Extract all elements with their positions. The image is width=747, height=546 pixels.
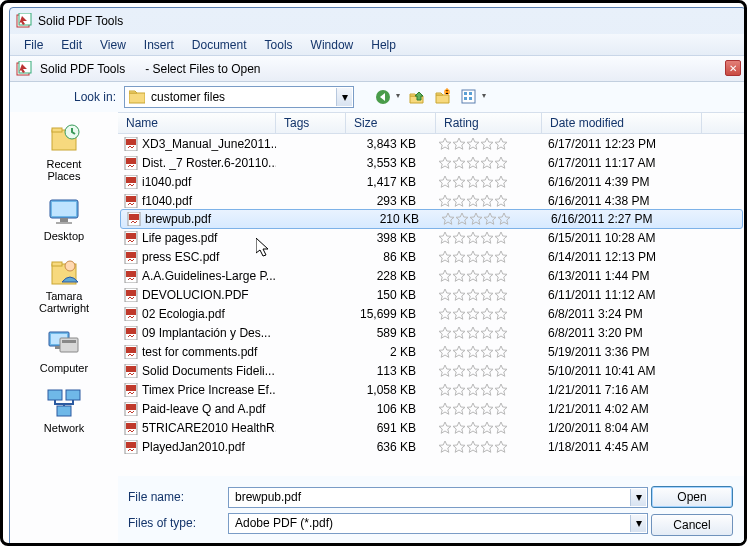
star-outline-icon[interactable] — [480, 326, 494, 340]
star-outline-icon[interactable] — [466, 383, 480, 397]
file-row[interactable]: PlayedJan2010.pdf636 KB1/18/2011 4:45 AM — [118, 437, 745, 456]
star-outline-icon[interactable] — [494, 440, 508, 454]
star-outline-icon[interactable] — [452, 175, 466, 189]
star-outline-icon[interactable] — [466, 307, 480, 321]
menu-tools[interactable]: Tools — [257, 36, 301, 54]
file-row[interactable]: Timex Price Increase Ef...1,058 KB1/21/2… — [118, 380, 745, 399]
menu-window[interactable]: Window — [303, 36, 362, 54]
file-row[interactable]: XD3_Manual_June2011...3,843 KB6/17/2011 … — [118, 134, 745, 153]
file-row[interactable]: test for comments.pdf2 KB5/19/2011 3:36 … — [118, 342, 745, 361]
header-size[interactable]: Size — [346, 113, 436, 133]
star-outline-icon[interactable] — [469, 212, 483, 226]
star-outline-icon[interactable] — [494, 345, 508, 359]
lookin-combo[interactable]: customer files ▾ — [124, 86, 354, 108]
star-outline-icon[interactable] — [494, 194, 508, 208]
menu-insert[interactable]: Insert — [136, 36, 182, 54]
star-outline-icon[interactable] — [466, 231, 480, 245]
star-outline-icon[interactable] — [480, 231, 494, 245]
header-date[interactable]: Date modified — [542, 113, 702, 133]
star-outline-icon[interactable] — [480, 269, 494, 283]
star-outline-icon[interactable] — [480, 288, 494, 302]
star-outline-icon[interactable] — [452, 440, 466, 454]
star-outline-icon[interactable] — [438, 269, 452, 283]
cancel-button[interactable]: Cancel — [651, 514, 733, 536]
place-user[interactable]: TamaraCartwright — [18, 248, 110, 318]
star-outline-icon[interactable] — [494, 156, 508, 170]
star-outline-icon[interactable] — [483, 212, 497, 226]
star-outline-icon[interactable] — [452, 250, 466, 264]
open-button[interactable]: Open — [651, 486, 733, 508]
chevron-down-icon[interactable]: ▾ — [336, 88, 352, 106]
star-outline-icon[interactable] — [438, 421, 452, 435]
star-outline-icon[interactable] — [480, 307, 494, 321]
star-outline-icon[interactable] — [466, 440, 480, 454]
star-outline-icon[interactable] — [466, 345, 480, 359]
star-outline-icon[interactable] — [480, 175, 494, 189]
header-tags[interactable]: Tags — [276, 113, 346, 133]
menu-document[interactable]: Document — [184, 36, 255, 54]
star-outline-icon[interactable] — [494, 175, 508, 189]
file-row[interactable]: 02 Ecologia.pdf15,699 KB6/8/2011 3:24 PM — [118, 304, 745, 323]
header-name[interactable]: Name — [118, 113, 276, 133]
close-button[interactable]: ✕ — [725, 60, 741, 76]
place-network[interactable]: Network — [18, 380, 110, 438]
star-outline-icon[interactable] — [494, 402, 508, 416]
star-outline-icon[interactable] — [452, 231, 466, 245]
star-outline-icon[interactable] — [466, 156, 480, 170]
file-row[interactable]: Solid Documents Fideli...113 KB5/10/2011… — [118, 361, 745, 380]
menu-edit[interactable]: Edit — [53, 36, 90, 54]
star-outline-icon[interactable] — [452, 307, 466, 321]
star-outline-icon[interactable] — [466, 194, 480, 208]
star-outline-icon[interactable] — [466, 175, 480, 189]
file-row[interactable]: 09 Implantación y Des...589 KB6/8/2011 3… — [118, 323, 745, 342]
star-outline-icon[interactable] — [480, 250, 494, 264]
star-outline-icon[interactable] — [438, 194, 452, 208]
new-folder-button[interactable] — [432, 86, 454, 108]
star-outline-icon[interactable] — [494, 250, 508, 264]
star-outline-icon[interactable] — [480, 156, 494, 170]
star-outline-icon[interactable] — [480, 137, 494, 151]
star-outline-icon[interactable] — [438, 364, 452, 378]
place-computer[interactable]: Computer — [18, 320, 110, 378]
title-bar[interactable]: Solid PDF Tools — [10, 8, 745, 34]
star-outline-icon[interactable] — [480, 194, 494, 208]
star-outline-icon[interactable] — [494, 421, 508, 435]
view-menu-button[interactable] — [458, 86, 488, 108]
star-outline-icon[interactable] — [438, 250, 452, 264]
star-outline-icon[interactable] — [494, 364, 508, 378]
menu-view[interactable]: View — [92, 36, 134, 54]
star-outline-icon[interactable] — [438, 307, 452, 321]
star-outline-icon[interactable] — [438, 345, 452, 359]
file-row[interactable]: DEVOLUCION.PDF150 KB6/11/2011 11:12 AM — [118, 285, 745, 304]
menu-file[interactable]: File — [16, 36, 51, 54]
star-outline-icon[interactable] — [466, 137, 480, 151]
file-row[interactable]: Dist. _7 Roster.6-20110...3,553 KB6/17/2… — [118, 153, 745, 172]
star-outline-icon[interactable] — [494, 288, 508, 302]
star-outline-icon[interactable] — [466, 288, 480, 302]
filename-combo[interactable]: brewpub.pdf ▾ — [228, 487, 648, 508]
star-outline-icon[interactable] — [438, 383, 452, 397]
up-one-level-button[interactable] — [406, 86, 428, 108]
star-outline-icon[interactable] — [480, 345, 494, 359]
place-desktop[interactable]: Desktop — [18, 188, 110, 246]
star-outline-icon[interactable] — [466, 326, 480, 340]
star-outline-icon[interactable] — [452, 156, 466, 170]
star-outline-icon[interactable] — [438, 175, 452, 189]
star-outline-icon[interactable] — [480, 440, 494, 454]
star-outline-icon[interactable] — [438, 326, 452, 340]
star-outline-icon[interactable] — [438, 288, 452, 302]
star-outline-icon[interactable] — [452, 326, 466, 340]
star-outline-icon[interactable] — [480, 383, 494, 397]
star-outline-icon[interactable] — [441, 212, 455, 226]
star-outline-icon[interactable] — [452, 364, 466, 378]
file-row[interactable]: 5TRICARE2010 HealthR...691 KB1/20/2011 8… — [118, 418, 745, 437]
menu-help[interactable]: Help — [363, 36, 404, 54]
star-outline-icon[interactable] — [494, 326, 508, 340]
file-row[interactable]: i1040.pdf1,417 KB6/16/2011 4:39 PM — [118, 172, 745, 191]
star-outline-icon[interactable] — [452, 402, 466, 416]
star-outline-icon[interactable] — [494, 137, 508, 151]
file-row[interactable]: Paid-leave Q and A.pdf106 KB1/21/2011 4:… — [118, 399, 745, 418]
file-row[interactable]: Life pages.pdf398 KB6/15/2011 10:28 AM — [118, 228, 745, 247]
star-outline-icon[interactable] — [466, 250, 480, 264]
file-row[interactable]: f1040.pdf293 KB6/16/2011 4:38 PM — [118, 191, 745, 210]
